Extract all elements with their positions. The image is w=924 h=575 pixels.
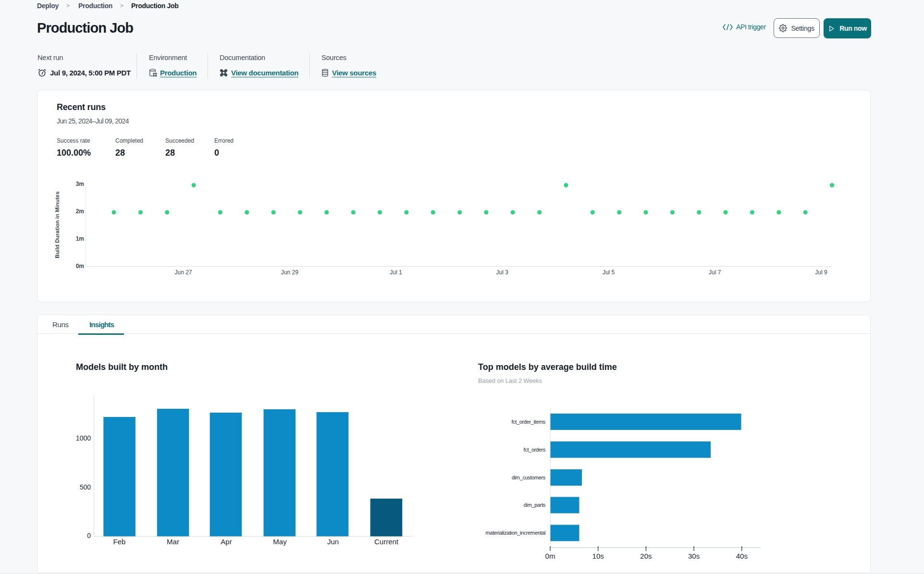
svg-text:Jun: Jun	[327, 538, 339, 546]
svg-text:May: May	[273, 538, 287, 546]
svg-text:Jul 3: Jul 3	[496, 269, 509, 276]
svg-text:fct_order_items: fct_order_items	[511, 419, 545, 425]
svg-text:materialization_incremental: materialization_incremental	[486, 530, 545, 536]
svg-text:Jul 1: Jul 1	[390, 269, 402, 276]
svg-text:Mar: Mar	[167, 538, 179, 546]
svg-text:dim_parts: dim_parts	[524, 502, 546, 508]
svg-text:40s: 40s	[736, 552, 748, 560]
svg-text:Jul 5: Jul 5	[603, 269, 615, 276]
svg-text:1000: 1000	[76, 434, 91, 442]
svg-text:20s: 20s	[640, 552, 652, 560]
svg-text:3m: 3m	[76, 181, 84, 187]
svg-text:2m: 2m	[76, 208, 84, 215]
svg-text:Build Duration in Minutes: Build Duration in Minutes	[54, 191, 60, 258]
svg-text:Apr: Apr	[221, 538, 232, 546]
svg-text:10s: 10s	[592, 552, 604, 560]
svg-text:fct_orders: fct_orders	[524, 447, 546, 453]
svg-text:Jul 9: Jul 9	[815, 269, 827, 276]
svg-text:500: 500	[80, 483, 91, 491]
svg-text:0m: 0m	[545, 552, 555, 560]
svg-text:Jun 29: Jun 29	[281, 269, 298, 276]
svg-text:dim_customers: dim_customers	[512, 475, 546, 480]
svg-text:Jun 27: Jun 27	[174, 269, 192, 276]
svg-text:Current: Current	[374, 538, 399, 546]
svg-text:Feb: Feb	[113, 538, 126, 546]
svg-text:Jul 7: Jul 7	[709, 269, 721, 276]
svg-text:0: 0	[87, 532, 91, 539]
svg-text:30s: 30s	[688, 552, 700, 560]
svg-text:0m: 0m	[76, 263, 84, 269]
svg-text:1m: 1m	[76, 235, 84, 242]
